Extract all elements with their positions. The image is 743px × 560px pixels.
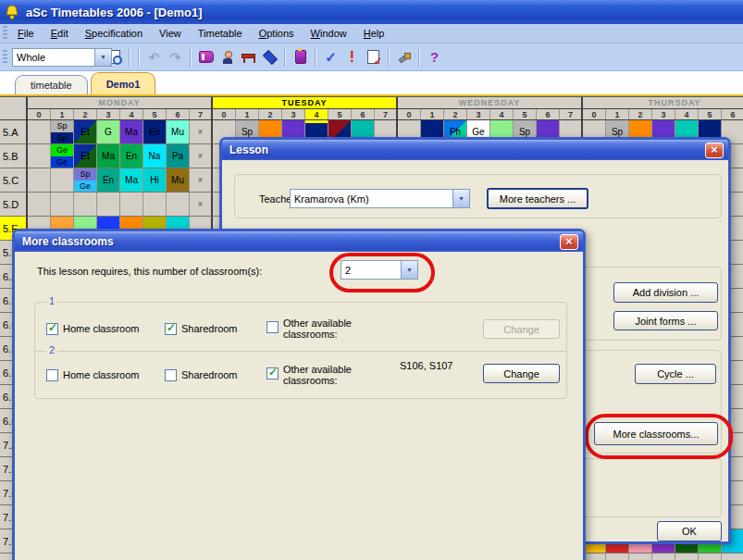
teacher-icon[interactable] bbox=[217, 46, 238, 68]
tab-demo1[interactable]: Demo1 bbox=[91, 72, 156, 94]
timetable-cell[interactable]: × bbox=[190, 168, 213, 193]
timetable-cell[interactable] bbox=[74, 193, 97, 217]
timetable-cell[interactable]: Et bbox=[74, 120, 97, 144]
g2-home-classroom-checkbox[interactable]: Home classroom bbox=[46, 369, 140, 381]
period-header[interactable]: 3 bbox=[467, 109, 490, 120]
period-header[interactable]: 1 bbox=[51, 109, 74, 120]
chevron-down-icon[interactable] bbox=[452, 190, 469, 207]
more-classrooms-close-button[interactable] bbox=[560, 234, 578, 250]
more-classrooms-titlebar[interactable]: More classrooms bbox=[15, 231, 583, 252]
g2-sharedroom-checkbox[interactable]: Sharedroom bbox=[165, 369, 238, 381]
period-header[interactable]: 3 bbox=[97, 109, 120, 120]
generate-icon[interactable] bbox=[290, 46, 311, 68]
menu-window[interactable]: Window bbox=[303, 25, 355, 42]
lesson-close-button[interactable] bbox=[705, 143, 724, 158]
book-icon[interactable] bbox=[195, 46, 217, 68]
menu-options[interactable]: Options bbox=[251, 25, 303, 42]
period-header[interactable]: 5 bbox=[514, 109, 537, 120]
desk-icon[interactable] bbox=[238, 46, 259, 68]
period-header[interactable]: 0 bbox=[583, 109, 606, 120]
timetable-cell[interactable]: Ma bbox=[120, 168, 143, 193]
period-header[interactable]: 7 bbox=[375, 109, 398, 120]
timetable-cell[interactable]: En bbox=[120, 144, 143, 168]
period-header[interactable]: 5 bbox=[699, 109, 722, 120]
period-header[interactable]: 0 bbox=[28, 109, 51, 120]
period-header[interactable]: 4 bbox=[675, 109, 699, 120]
timetable-cell[interactable]: Pa bbox=[167, 144, 190, 168]
g2-change-button[interactable]: Change bbox=[483, 364, 560, 383]
period-header[interactable]: 0 bbox=[213, 109, 236, 120]
timetable-cell[interactable]: Ma bbox=[120, 120, 143, 144]
timetable-cell[interactable]: En bbox=[97, 168, 120, 193]
period-header[interactable]: 4 bbox=[120, 109, 143, 120]
period-header[interactable]: 1 bbox=[606, 109, 629, 120]
period-header[interactable]: 5 bbox=[143, 109, 167, 120]
timetable-cell[interactable] bbox=[28, 144, 51, 168]
cycle-button[interactable]: Cycle ... bbox=[635, 364, 716, 384]
timetable-cell[interactable]: × bbox=[190, 193, 213, 217]
timetable-cell[interactable] bbox=[629, 554, 652, 560]
help-icon[interactable]: ? bbox=[424, 46, 445, 68]
view-mode-select[interactable]: Whole bbox=[12, 48, 112, 67]
timetable-cell[interactable]: Et bbox=[74, 144, 97, 168]
timetable-cell[interactable] bbox=[606, 554, 629, 560]
period-header[interactable]: 5 bbox=[328, 109, 352, 120]
toolbar-gripper[interactable] bbox=[3, 50, 7, 65]
period-header[interactable]: 0 bbox=[398, 109, 421, 120]
menu-timetable[interactable]: Timetable bbox=[190, 25, 251, 42]
row-label-5.D[interactable]: 5.D bbox=[0, 193, 28, 217]
period-header[interactable]: 6 bbox=[167, 109, 190, 120]
period-header[interactable]: 2 bbox=[259, 109, 282, 120]
period-header[interactable]: 7 bbox=[190, 109, 213, 120]
timetable-cell[interactable]: Mu bbox=[167, 168, 190, 193]
teacher-select[interactable]: Kramarova (Km) bbox=[290, 189, 470, 208]
menu-edit[interactable]: Edit bbox=[43, 25, 77, 42]
more-teachers-button[interactable]: More teachers ... bbox=[487, 188, 588, 209]
chevron-down-icon[interactable] bbox=[401, 261, 417, 279]
timetable-cell[interactable] bbox=[28, 193, 51, 217]
timetable-cell[interactable]: Hi bbox=[143, 168, 167, 193]
menu-specification[interactable]: Specification bbox=[77, 25, 151, 42]
window-titlebar[interactable]: aSc Timetables 2006 - [Demo1] bbox=[0, 0, 743, 24]
joint-forms-button[interactable]: Joint forms ... bbox=[613, 311, 718, 330]
timetable-cell[interactable] bbox=[51, 168, 74, 193]
timetable-cell[interactable] bbox=[120, 193, 143, 217]
period-header[interactable]: 6 bbox=[352, 109, 375, 120]
period-header[interactable]: 3 bbox=[652, 109, 675, 120]
lesson-dialog-titlebar[interactable]: Lesson bbox=[222, 140, 728, 160]
period-header[interactable]: 3 bbox=[282, 109, 305, 120]
add-division-button[interactable]: Add division ... bbox=[613, 282, 718, 303]
period-header[interactable]: 6 bbox=[722, 109, 743, 120]
more-classrooms-button[interactable]: More classrooms... bbox=[594, 422, 718, 445]
g1-sharedroom-checkbox[interactable]: Sharedroom bbox=[165, 323, 238, 335]
period-header[interactable]: 6 bbox=[537, 109, 560, 120]
timetable-cell[interactable] bbox=[675, 554, 699, 560]
timetable-cell[interactable] bbox=[583, 554, 606, 560]
menu-view[interactable]: View bbox=[151, 25, 190, 42]
verify-document-icon[interactable] bbox=[363, 46, 384, 68]
timetable-cell[interactable]: GeGe bbox=[51, 144, 74, 168]
tab-timetable[interactable]: timetable bbox=[15, 75, 88, 94]
timetable-cell[interactable] bbox=[51, 193, 74, 217]
toolbar-gripper[interactable] bbox=[3, 26, 7, 41]
g1-other-classrooms-checkbox[interactable]: Other available classrooms: bbox=[266, 317, 374, 340]
timetable-cell[interactable]: × bbox=[190, 120, 213, 144]
exclamation-icon[interactable]: ! bbox=[341, 46, 363, 68]
period-header[interactable]: 2 bbox=[629, 109, 652, 120]
timetable-cell[interactable]: SpSp bbox=[51, 120, 74, 144]
chevron-down-icon[interactable] bbox=[94, 49, 111, 66]
check-icon[interactable]: ✓ bbox=[320, 46, 341, 68]
ok-button[interactable]: OK bbox=[657, 521, 722, 541]
timetable-cell[interactable]: × bbox=[190, 144, 213, 168]
timetable-cell[interactable] bbox=[167, 193, 190, 217]
period-header[interactable]: 7 bbox=[560, 109, 583, 120]
menu-help[interactable]: Help bbox=[355, 25, 393, 42]
menu-file[interactable]: File bbox=[9, 25, 43, 42]
timetable-cell[interactable] bbox=[97, 193, 120, 217]
timetable-cell[interactable] bbox=[28, 120, 51, 144]
g2-other-classrooms-checkbox[interactable]: Other available classrooms: bbox=[266, 364, 374, 386]
classroom-count-select[interactable]: 2 bbox=[341, 260, 418, 280]
tools-icon[interactable] bbox=[393, 46, 415, 68]
period-header[interactable]: 4 bbox=[305, 109, 328, 120]
period-header[interactable]: 4 bbox=[490, 109, 514, 120]
